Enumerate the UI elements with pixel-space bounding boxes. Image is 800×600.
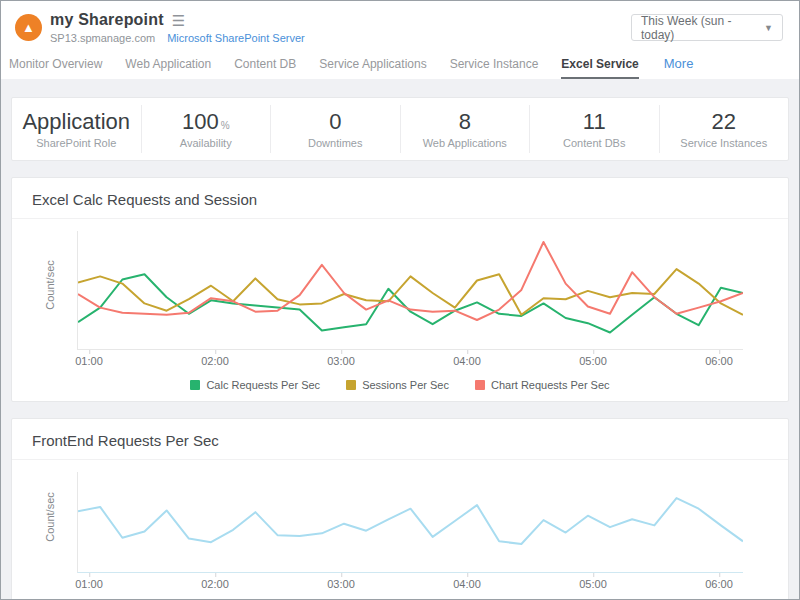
stat-value: 100% (142, 109, 271, 134)
chart-summary-footer: Minimum = 0 Count/secMaximum = 0 Count/s… (12, 593, 788, 600)
stat-value: 8 (401, 109, 530, 134)
y-axis-label: Count/sec (44, 260, 56, 310)
legend-swatch-icon (346, 380, 356, 390)
tab-web-application[interactable]: Web Application (125, 53, 211, 79)
line-chart-plot[interactable] (77, 231, 743, 350)
time-range-value: This Week (sun - today) (641, 14, 764, 42)
x-axis-ticks: 01:0002:0003:0004:0005:0006:00 (77, 575, 743, 593)
chart-title: FrontEnd Requests Per Sec (12, 419, 788, 460)
x-tick-label: 04:00 (453, 355, 481, 367)
tab-excel-service[interactable]: Excel Service (561, 53, 638, 79)
x-tick-label: 05:00 (579, 355, 607, 367)
excel-calc-chart-card: Excel Calc Requests and Session Count/se… (11, 177, 789, 402)
stat-value: 11 (530, 109, 659, 134)
tab-service-instance[interactable]: Service Instance (450, 53, 539, 79)
x-tick-label: 06:00 (705, 355, 733, 367)
stat-suffix: % (221, 120, 230, 131)
x-tick-label: 02:00 (201, 355, 229, 367)
legend-item-chart-requests-per-sec[interactable]: Chart Requests Per Sec (475, 379, 610, 391)
line-chart-plot[interactable] (77, 472, 743, 573)
chart-title: Excel Calc Requests and Session (12, 178, 788, 219)
legend-item-calc-requests-per-sec[interactable]: Calc Requests Per Sec (190, 379, 320, 391)
summary-stats-bar: ApplicationSharePoint Role100%Availabili… (11, 97, 789, 161)
series-line-frontend-requests-per-sec (78, 498, 743, 544)
x-tick-label: 06:00 (705, 578, 733, 590)
series-line-sessions-per-sec (78, 269, 743, 315)
tab-content-db[interactable]: Content DB (234, 53, 296, 79)
tab-monitor-overview[interactable]: Monitor Overview (9, 53, 102, 79)
stat-label: SharePoint Role (12, 137, 141, 149)
stat-label: Content DBs (530, 137, 659, 149)
legend-item-sessions-per-sec[interactable]: Sessions Per Sec (346, 379, 449, 391)
series-line-chart-requests-per-sec (78, 242, 743, 320)
warning-triangle-icon: ▲ (15, 14, 42, 41)
legend-label: Sessions Per Sec (362, 379, 449, 391)
chevron-down-icon: ▼ (764, 23, 773, 33)
x-axis-ticks: 01:0002:0003:0004:0005:0006:00 (77, 352, 743, 370)
monitor-header: ▲ my Sharepoint ☰ SP13.spmanage.com Micr… (1, 1, 799, 44)
chart-canvas (78, 472, 743, 572)
stat-downtimes[interactable]: 0Downtimes (270, 105, 400, 153)
series-line-calc-requests-per-sec (78, 274, 743, 332)
legend-label: Calc Requests Per Sec (206, 379, 320, 391)
app-window: ▲ my Sharepoint ☰ SP13.spmanage.com Micr… (0, 0, 800, 600)
x-tick-label: 05:00 (579, 578, 607, 590)
stat-value: 22 (660, 109, 789, 134)
stat-label: Availability (142, 137, 271, 149)
stat-content-dbs[interactable]: 11Content DBs (529, 105, 659, 153)
legend-label: Chart Requests Per Sec (491, 379, 610, 391)
chart-legend: Calc Requests Per SecSessions Per SecCha… (12, 370, 788, 395)
tab-more[interactable]: More (664, 52, 694, 79)
monitor-host: SP13.spmanage.com (50, 32, 155, 44)
stat-value: 0 (271, 109, 400, 134)
hamburger-menu-icon[interactable]: ☰ (172, 13, 185, 28)
x-tick-label: 01:00 (75, 578, 103, 590)
x-tick-label: 03:00 (327, 578, 355, 590)
y-axis-label: Count/sec (44, 492, 56, 542)
stat-label: Service Instances (660, 137, 789, 149)
stat-service-instances[interactable]: 22Service Instances (659, 105, 789, 153)
monitor-tabs: Monitor OverviewWeb ApplicationContent D… (1, 44, 799, 79)
stat-label: Web Applications (401, 137, 530, 149)
time-range-dropdown[interactable]: This Week (sun - today) ▼ (631, 14, 783, 41)
frontend-requests-chart-card: FrontEnd Requests Per Sec Count/sec 01:0… (11, 418, 789, 600)
server-type-link[interactable]: Microsoft SharePoint Server (167, 32, 305, 44)
legend-swatch-icon (190, 380, 200, 390)
page-title: my Sharepoint (50, 11, 164, 29)
stat-web-applications[interactable]: 8Web Applications (400, 105, 530, 153)
x-tick-label: 03:00 (327, 355, 355, 367)
tab-service-applications[interactable]: Service Applications (319, 53, 426, 79)
x-tick-label: 04:00 (453, 578, 481, 590)
x-tick-label: 01:00 (75, 355, 103, 367)
x-tick-label: 02:00 (201, 578, 229, 590)
stat-availability[interactable]: 100%Availability (141, 105, 271, 153)
stat-value: Application (12, 109, 141, 134)
chart-canvas (78, 231, 743, 349)
stat-label: Downtimes (271, 137, 400, 149)
stat-sharepoint-role[interactable]: ApplicationSharePoint Role (12, 105, 141, 153)
legend-swatch-icon (475, 380, 485, 390)
